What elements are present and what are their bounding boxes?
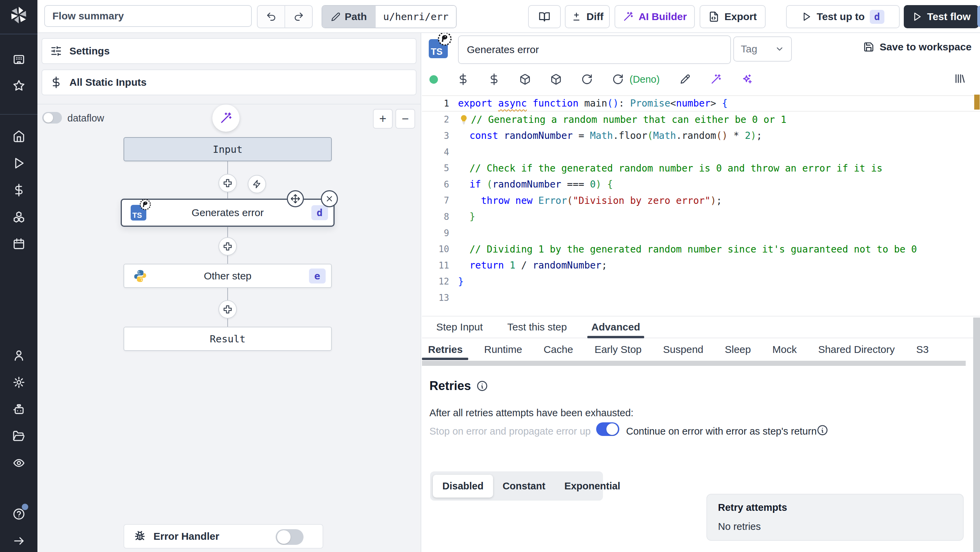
step-name-input[interactable]: [458, 35, 731, 64]
info-icon[interactable]: [476, 380, 488, 392]
subtab-runtime[interactable]: Runtime: [484, 339, 522, 360]
add-resource-icon[interactable]: [488, 73, 500, 85]
sidebar-expand-icon[interactable]: [8, 530, 30, 552]
subtab-shared-directory[interactable]: Shared Directory: [818, 339, 894, 360]
add-step-button[interactable]: [218, 237, 237, 256]
tab-step-input[interactable]: Step Input: [436, 317, 483, 337]
sidebar-group-admin: [0, 344, 37, 479]
flow-settings-button[interactable]: Settings: [41, 38, 417, 64]
ai-sparkles-icon[interactable]: [741, 73, 753, 85]
delete-step-button[interactable]: [321, 190, 338, 207]
reload-icon[interactable]: [612, 73, 624, 85]
code-line-6[interactable]: 6 if (randomNumber === 0) {: [422, 176, 980, 192]
panel-vertical-scrollbar[interactable]: [973, 318, 980, 552]
sidebar-home-icon[interactable]: [8, 125, 30, 147]
code-line-1[interactable]: 1export async function main(): Promise<n…: [422, 95, 980, 111]
error-handler-card[interactable]: Error Handler: [124, 524, 323, 549]
code-line-3[interactable]: 3 const randomNumber = Math.floor(Math.r…: [422, 127, 980, 144]
tag-select[interactable]: Tag: [733, 37, 792, 62]
code-line-4[interactable]: 4: [422, 144, 980, 160]
ai-builder-button[interactable]: AI Builder: [614, 5, 695, 28]
flow-summary-input[interactable]: [44, 5, 252, 27]
subtab-retries[interactable]: Retries: [428, 339, 463, 360]
zoom-out-button[interactable]: −: [395, 109, 415, 129]
package-icon[interactable]: [550, 73, 562, 85]
docs-button[interactable]: [528, 5, 561, 28]
lightbulb-icon[interactable]: [458, 114, 469, 125]
static-inputs-button[interactable]: All Static Inputs: [41, 69, 417, 95]
diff-button[interactable]: Diff: [565, 5, 610, 28]
code-line-8[interactable]: 8 }: [422, 208, 980, 225]
sidebar-folders-icon[interactable]: [8, 425, 30, 447]
sidebar-schedules-icon[interactable]: [8, 233, 30, 255]
code-line-12[interactable]: 12}: [422, 274, 980, 290]
code-content: }: [458, 276, 464, 287]
sidebar-audit-logs-icon[interactable]: [8, 452, 30, 474]
subtabs-scrollbar[interactable]: [422, 361, 966, 366]
sidebar-resources-icon[interactable]: [8, 206, 30, 227]
path-button[interactable]: Path: [322, 6, 375, 27]
path-value[interactable]: u/henri/err: [375, 6, 456, 27]
add-step-button[interactable]: [218, 174, 237, 192]
redo-button[interactable]: [285, 6, 312, 27]
move-step-handle[interactable]: [287, 190, 304, 207]
code-line-10[interactable]: 10 // Dividing 1 by the generated random…: [422, 241, 980, 257]
code-line-2[interactable]: 2// Generating a random number that can …: [422, 111, 980, 128]
add-variable-icon[interactable]: [457, 73, 469, 85]
graph-step-node-other-step[interactable]: Other step e: [124, 264, 332, 288]
code-line-5[interactable]: 5 // Check if the generated random numbe…: [422, 160, 980, 176]
dataflow-toggle[interactable]: [42, 112, 62, 124]
save-to-workspace-button[interactable]: Save to workspace: [863, 41, 972, 53]
tab-test-this-step[interactable]: Test this step: [508, 317, 567, 337]
code-content: }: [458, 211, 476, 222]
retry-attempts-title: Retry attempts: [718, 502, 787, 513]
error-handler-toggle[interactable]: [275, 529, 304, 545]
sidebar-runs-icon[interactable]: [8, 152, 30, 174]
library-icon[interactable]: [953, 73, 966, 85]
subtab-mock[interactable]: Mock: [772, 339, 797, 360]
sidebar-workers-icon[interactable]: [8, 398, 30, 420]
tab-advanced[interactable]: Advanced: [592, 317, 640, 337]
test-flow-button[interactable]: Test flow: [904, 5, 978, 28]
code-line-11[interactable]: 11 return 1 / randomNumber;: [422, 257, 980, 274]
sidebar-settings-icon[interactable]: [8, 371, 30, 393]
sidebar-help-icon[interactable]: [8, 503, 30, 525]
retry-mode-constant[interactable]: Constant: [493, 475, 555, 498]
code-editor[interactable]: 1export async function main(): Promise<n…: [422, 93, 980, 315]
ai-flow-wand-button[interactable]: [212, 105, 240, 132]
deno-runtime-label: (Deno): [630, 74, 660, 85]
edge-peek-button[interactable]: [977, 6, 980, 27]
sidebar-workspace-icon[interactable]: [8, 48, 30, 69]
info-icon[interactable]: [817, 425, 828, 436]
sidebar-favorites-icon[interactable]: [8, 75, 30, 96]
subtab-suspend[interactable]: Suspend: [663, 339, 703, 360]
code-line-9[interactable]: 9: [422, 225, 980, 241]
code-line-7[interactable]: 7 throw new Error("Division by zero erro…: [422, 192, 980, 209]
continue-on-error-toggle[interactable]: [596, 422, 619, 436]
file-code-icon: [708, 11, 719, 22]
ai-wand-icon[interactable]: [710, 73, 722, 85]
subtab-s3[interactable]: S3: [916, 339, 929, 360]
sidebar-users-icon[interactable]: [8, 344, 30, 366]
retry-mode-exponential[interactable]: Exponential: [555, 475, 630, 498]
code-line-13[interactable]: 13: [422, 290, 980, 306]
add-trigger-button[interactable]: [248, 175, 266, 193]
retry-mode-disabled[interactable]: Disabled: [433, 475, 493, 498]
subtab-cache[interactable]: Cache: [543, 339, 573, 360]
graph-result-node[interactable]: Result: [124, 327, 332, 351]
subtab-early-stop[interactable]: Early Stop: [595, 339, 641, 360]
graph-input-node[interactable]: Input: [124, 137, 332, 161]
zoom-in-button[interactable]: +: [373, 109, 393, 129]
package-icon[interactable]: [519, 73, 531, 85]
test-up-to-button[interactable]: Test up to d: [786, 5, 900, 28]
subtab-sleep[interactable]: Sleep: [725, 339, 751, 360]
test-up-to-step-badge: d: [870, 10, 885, 24]
undo-button[interactable]: [258, 6, 285, 27]
add-step-button[interactable]: [218, 300, 237, 318]
format-brush-icon[interactable]: [679, 73, 691, 85]
sidebar-variables-icon[interactable]: [8, 179, 30, 201]
reset-icon[interactable]: [581, 73, 593, 85]
windmill-logo-icon[interactable]: [8, 4, 30, 26]
line-number: 7: [422, 195, 458, 205]
export-button[interactable]: Export: [700, 5, 765, 28]
